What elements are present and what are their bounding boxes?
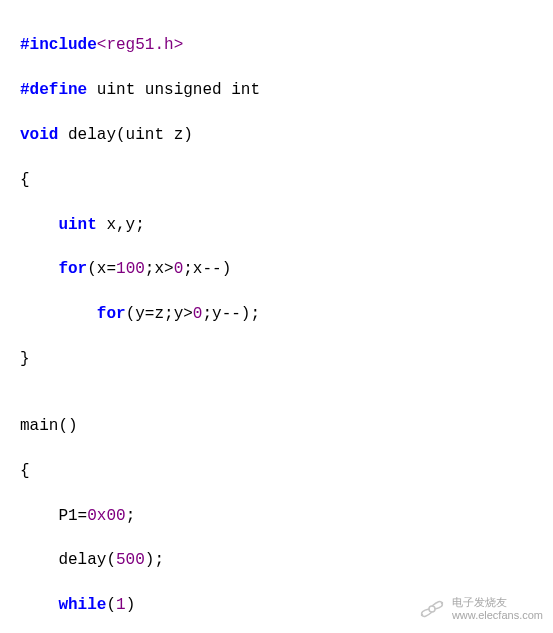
code-line: for(y=z;y>0;y--); — [20, 303, 533, 325]
code-line: #include<reg51.h> — [20, 34, 533, 56]
code-line: } — [20, 348, 533, 370]
code-line: P1=0x00; — [20, 505, 533, 527]
watermark-url: www.elecfans.com — [452, 609, 543, 622]
func-decl: delay(uint z) — [58, 126, 192, 144]
number: 0x00 — [87, 507, 125, 525]
code-line: main() — [20, 415, 533, 437]
header-name: <reg51.h> — [97, 36, 183, 54]
code-line: { — [20, 460, 533, 482]
keyword: void — [20, 126, 58, 144]
svg-point-2 — [421, 614, 423, 616]
number: 0 — [174, 260, 184, 278]
watermark-title: 电子发烧友 — [452, 596, 543, 609]
keyword: while — [58, 596, 106, 614]
number: 100 — [116, 260, 145, 278]
preprocessor: #define — [20, 81, 87, 99]
keyword: for — [97, 305, 126, 323]
svg-point-0 — [429, 606, 435, 612]
number: 1 — [116, 596, 126, 614]
code-line: delay(500); — [20, 549, 533, 571]
preprocessor: #include — [20, 36, 97, 54]
keyword: for — [58, 260, 87, 278]
watermark-icon — [418, 595, 446, 623]
watermark-text: 电子发烧友 www.elecfans.com — [452, 596, 543, 622]
number: 0 — [193, 305, 203, 323]
svg-point-1 — [441, 602, 443, 604]
func-decl: main() — [20, 417, 78, 435]
code-line: #define uint unsigned int — [20, 79, 533, 101]
code-line: for(x=100;x>0;x--) — [20, 258, 533, 280]
code-line: void delay(uint z) — [20, 124, 533, 146]
macro-def: uint unsigned int — [87, 81, 260, 99]
keyword: uint — [58, 216, 96, 234]
code-line: uint x,y; — [20, 214, 533, 236]
code-line: { — [20, 169, 533, 191]
watermark: 电子发烧友 www.elecfans.com — [418, 595, 543, 623]
number: 500 — [116, 551, 145, 569]
code-block: #include<reg51.h> #define uint unsigned … — [0, 0, 553, 633]
